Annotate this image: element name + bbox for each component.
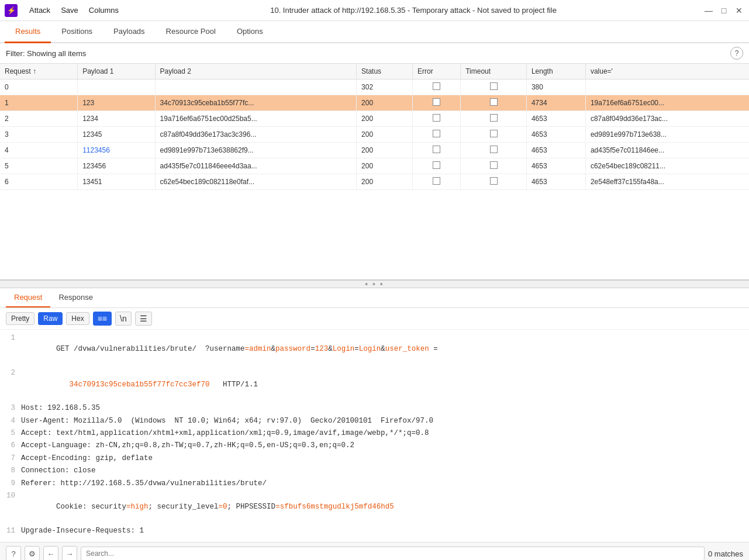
title-bar: ⚡ Attack Save Columns 10. Intruder attac… (0, 0, 749, 21)
bottom-search-bar: ? ⚙ ← → 0 matches (0, 542, 749, 560)
col-request[interactable]: Request ↑ (0, 64, 78, 79)
table-row[interactable]: 4 1123456 ed9891e997b713e638862f9... 200… (0, 143, 749, 158)
cell-status: 200 (357, 158, 413, 174)
cell-timeout (461, 127, 527, 143)
req-resp-tab-bar: Request Response (0, 288, 749, 308)
tab-resource-pool[interactable]: Resource Pool (156, 21, 226, 43)
code-line-5: 5 Accept: text/html,application/xhtml+xm… (0, 427, 749, 440)
cell-timeout (461, 111, 527, 127)
tab-response[interactable]: Response (50, 288, 101, 307)
btn-menu-icon[interactable]: ☰ (135, 312, 152, 326)
table-header-row: Request ↑ Payload 1 Payload 2 Status Err… (0, 64, 749, 79)
cell-value: 19a716ef6a6751ec00... (585, 95, 749, 111)
btn-newline[interactable]: \n (115, 312, 132, 326)
table-body: 0 302 380 1 123 34c70913c95ceba1b55f77fc… (0, 79, 749, 190)
cell-timeout (461, 95, 527, 111)
col-payload1[interactable]: Payload 1 (78, 64, 155, 79)
cell-timeout (461, 158, 527, 174)
tab-results[interactable]: Results (5, 21, 51, 43)
code-line-4: 4 User-Agent: Mozilla/5.0 (Windows NT 10… (0, 415, 749, 427)
code-line-9: 9 Referer: http://192.168.5.35/dvwa/vuln… (0, 478, 749, 490)
col-timeout[interactable]: Timeout (461, 64, 527, 79)
menu-bar: Attack Save Columns (25, 4, 123, 16)
cell-error (413, 158, 461, 174)
col-payload2[interactable]: Payload 2 (155, 64, 357, 79)
search-input[interactable] (81, 547, 705, 560)
cell-length: 4653 (526, 174, 585, 190)
request-toolbar: Pretty Raw Hex ≡≡ \n ☰ (0, 308, 749, 330)
col-value[interactable]: value=' (585, 64, 749, 79)
next-match-button[interactable]: → (62, 546, 77, 560)
table-row[interactable]: 6 13451 c62e54bec189c082118e0faf... 200 … (0, 174, 749, 190)
tab-options[interactable]: Options (226, 21, 274, 43)
code-line-2: 2 34c70913c95ceba1b55f77fc7cc3ef70 HTTP/… (0, 367, 749, 402)
results-table: Request ↑ Payload 1 Payload 2 Status Err… (0, 64, 749, 190)
cell-error (413, 111, 461, 127)
btn-pretty[interactable]: Pretty (6, 312, 34, 325)
tab-payloads[interactable]: Payloads (103, 21, 155, 43)
cell-length: 380 (526, 79, 585, 95)
cell-id: 5 (0, 158, 78, 174)
table-row[interactable]: 2 1234 19a716ef6a6751ec00d25ba5... 200 4… (0, 111, 749, 127)
btn-wrap[interactable]: ≡≡ (93, 312, 112, 326)
main-tab-bar: Results Positions Payloads Resource Pool… (0, 21, 749, 43)
cell-status: 200 (357, 111, 413, 127)
cell-id: 3 (0, 127, 78, 143)
table-row[interactable]: 1 123 34c70913c95ceba1b55f77fc... 200 47… (0, 95, 749, 111)
cell-payload2: ad435f5e7c011846eee4d3aa... (155, 158, 357, 174)
table-row[interactable]: 3 12345 c87a8f049dd36e173ac3c396... 200 … (0, 127, 749, 143)
close-button[interactable]: ✕ (734, 5, 744, 16)
filter-bar: Filter: Showing all items ? (0, 43, 749, 64)
menu-columns[interactable]: Columns (84, 4, 123, 16)
cell-payload1: 123 (78, 95, 155, 111)
cell-payload1: 1234 (78, 111, 155, 127)
cell-error (413, 79, 461, 95)
code-line-11: 11 Upgrade-Insecure-Requests: 1 (0, 525, 749, 537)
table-row[interactable]: 5 123456 ad435f5e7c011846eee4d3aa... 200… (0, 158, 749, 174)
maximize-button[interactable]: □ (719, 5, 729, 16)
code-line-6: 6 Accept-Language: zh-CN,zh;q=0.8,zh-TW;… (0, 440, 749, 452)
filter-help-button[interactable]: ? (730, 47, 743, 60)
cell-id: 0 (0, 79, 78, 95)
divider-handle: • • • (365, 279, 384, 289)
cell-timeout (461, 143, 527, 158)
btn-raw[interactable]: Raw (38, 312, 63, 325)
cell-payload1 (78, 79, 155, 95)
window-title: 10. Intruder attack of http://192.168.5.… (130, 6, 696, 15)
cell-length: 4653 (526, 111, 585, 127)
menu-attack[interactable]: Attack (25, 4, 55, 16)
minimize-button[interactable]: — (703, 5, 714, 16)
tab-request[interactable]: Request (6, 288, 50, 307)
col-length[interactable]: Length (526, 64, 585, 79)
settings-icon-button[interactable]: ⚙ (25, 546, 40, 560)
cell-timeout (461, 79, 527, 95)
col-status[interactable]: Status (357, 64, 413, 79)
table-row[interactable]: 0 302 380 (0, 79, 749, 95)
lower-panel: Request Response Pretty Raw Hex ≡≡ \n ☰ … (0, 288, 749, 560)
cell-length: 4653 (526, 127, 585, 143)
request-code-area: 1 GET /dvwa/vulnerabilities/brute/ ?user… (0, 330, 749, 542)
prev-match-button[interactable]: ← (43, 546, 58, 560)
cell-length: 4653 (526, 143, 585, 158)
menu-save[interactable]: Save (56, 4, 83, 16)
cell-value: 2e548eff37c155fa48a... (585, 174, 749, 190)
window-controls: — □ ✕ (703, 5, 744, 16)
cell-error (413, 174, 461, 190)
col-error[interactable]: Error (413, 64, 461, 79)
cell-error (413, 95, 461, 111)
help-icon-button[interactable]: ? (6, 546, 21, 560)
btn-hex[interactable]: Hex (66, 312, 89, 325)
tab-positions[interactable]: Positions (51, 21, 103, 43)
cell-payload2: c62e54bec189c082118e0faf... (155, 174, 357, 190)
panel-divider[interactable]: • • • (0, 280, 749, 288)
cell-value: c62e54bec189c08211... (585, 158, 749, 174)
cell-id: 6 (0, 174, 78, 190)
cell-status: 200 (357, 143, 413, 158)
cell-payload2: c87a8f049dd36e173ac3c396... (155, 127, 357, 143)
cell-payload2 (155, 79, 357, 95)
cell-value: ad435f5e7c011846ee... (585, 143, 749, 158)
cell-status: 200 (357, 95, 413, 111)
cell-timeout (461, 174, 527, 190)
code-line-7: 7 Accept-Encoding: gzip, deflate (0, 452, 749, 465)
cell-length: 4734 (526, 95, 585, 111)
